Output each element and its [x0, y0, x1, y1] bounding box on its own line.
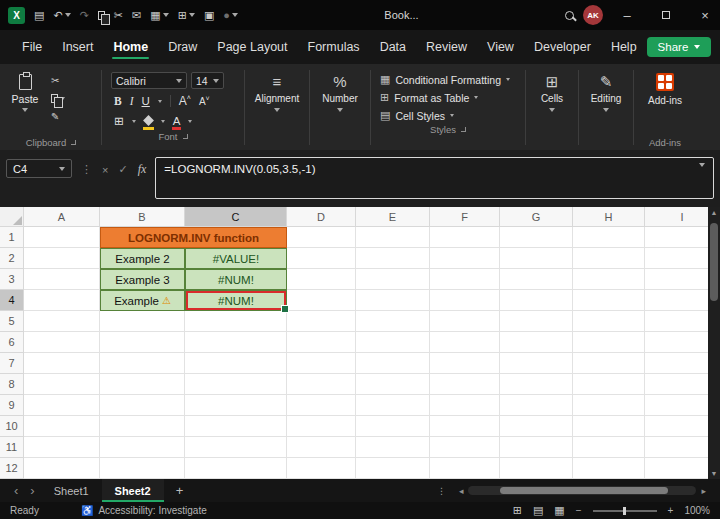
cell-E7[interactable] — [356, 353, 430, 374]
column-header-F[interactable]: F — [430, 207, 500, 227]
cell-G7[interactable] — [500, 353, 573, 374]
dialog-launcher-icon[interactable] — [183, 134, 188, 139]
row-header-12[interactable]: 12 — [0, 458, 24, 479]
cell-H3[interactable] — [573, 269, 645, 290]
print-button[interactable]: ▦ — [150, 9, 168, 22]
editing-button[interactable]: ✎ Editing — [582, 67, 630, 150]
cell-A3[interactable] — [24, 269, 100, 290]
cell-F7[interactable] — [430, 353, 500, 374]
table-button[interactable]: ⊞ — [178, 9, 195, 22]
cell-F4[interactable] — [430, 290, 500, 311]
cell-G2[interactable] — [500, 248, 573, 269]
row-header-10[interactable]: 10 — [0, 416, 24, 437]
cell-E2[interactable] — [356, 248, 430, 269]
addins-button[interactable]: Add-ins — [637, 67, 693, 135]
row-header-4[interactable]: 4 — [0, 290, 24, 311]
cell-H6[interactable] — [573, 332, 645, 353]
column-header-A[interactable]: A — [24, 207, 100, 227]
cell-C4[interactable]: #NUM! — [185, 290, 287, 311]
cell-H4[interactable] — [573, 290, 645, 311]
column-header-H[interactable]: H — [573, 207, 645, 227]
cell-B6[interactable] — [100, 332, 185, 353]
redo-button[interactable]: ↷ — [80, 9, 89, 22]
menu-help[interactable]: Help — [601, 30, 647, 64]
copy-icon[interactable] — [98, 11, 105, 20]
cut-icon[interactable]: ✂ — [114, 9, 123, 22]
menu-page-layout[interactable]: Page Layout — [207, 30, 297, 64]
column-header-G[interactable]: G — [500, 207, 573, 227]
save-icon[interactable]: ▤ — [34, 9, 44, 22]
fill-color-button[interactable] — [144, 116, 153, 127]
cell-B7[interactable] — [100, 353, 185, 374]
row-header-3[interactable]: 3 — [0, 269, 24, 290]
cell-H11[interactable] — [573, 437, 645, 458]
cell-E3[interactable] — [356, 269, 430, 290]
underline-chevron-icon[interactable] — [158, 100, 162, 103]
cell-B5[interactable] — [100, 311, 185, 332]
cell-F12[interactable] — [430, 458, 500, 479]
cell-D11[interactable] — [287, 437, 356, 458]
cell-F2[interactable] — [430, 248, 500, 269]
cell-E4[interactable] — [356, 290, 430, 311]
cell-D6[interactable] — [287, 332, 356, 353]
paste-button[interactable]: Paste — [4, 67, 46, 112]
cell-H8[interactable] — [573, 374, 645, 395]
zoom-level[interactable]: 100% — [684, 505, 710, 516]
cell-A4[interactable] — [24, 290, 100, 311]
cell-B12[interactable] — [100, 458, 185, 479]
sheet-tab-sheet1[interactable]: Sheet1 — [41, 479, 102, 502]
accessibility-status[interactable]: ♿ Accessibility: Investigate — [81, 505, 207, 516]
cell-D8[interactable] — [287, 374, 356, 395]
borders-button[interactable]: ⊞ — [114, 114, 124, 128]
formula-input[interactable]: =LOGNORM.INV(0.05,3.5,-1) — [155, 157, 714, 199]
cell-D10[interactable] — [287, 416, 356, 437]
cell-D7[interactable] — [287, 353, 356, 374]
cell-C12[interactable] — [185, 458, 287, 479]
cell-D5[interactable] — [287, 311, 356, 332]
cell-G12[interactable] — [500, 458, 573, 479]
cell-E9[interactable] — [356, 395, 430, 416]
cell-E5[interactable] — [356, 311, 430, 332]
font-name-select[interactable]: Calibri — [111, 72, 187, 89]
previous-sheet-icon[interactable]: ‹ — [8, 483, 24, 498]
cell-A9[interactable] — [24, 395, 100, 416]
cell-G11[interactable] — [500, 437, 573, 458]
cell-B1[interactable]: LOGNORM.INV function — [100, 227, 287, 248]
font-size-select[interactable]: 14 — [191, 72, 224, 89]
cell-E1[interactable] — [356, 227, 430, 248]
cell-D3[interactable] — [287, 269, 356, 290]
format-painter-button[interactable]: ✎ — [51, 110, 65, 123]
cell-C11[interactable] — [185, 437, 287, 458]
scroll-down-icon[interactable]: ▼ — [711, 470, 718, 477]
name-box[interactable]: C4 — [6, 159, 72, 178]
column-header-C[interactable]: C — [185, 207, 287, 227]
scroll-left-icon[interactable]: ◂ — [459, 486, 464, 496]
cancel-icon[interactable]: × — [102, 164, 108, 176]
cell-C5[interactable] — [185, 311, 287, 332]
format-as-table-button[interactable]: ⊞ Format as Table — [380, 91, 520, 104]
add-sheet-button[interactable]: + — [164, 483, 196, 498]
cell-A10[interactable] — [24, 416, 100, 437]
number-button[interactable]: % Number — [313, 67, 367, 150]
cell-A7[interactable] — [24, 353, 100, 374]
cell-G1[interactable] — [500, 227, 573, 248]
cell-H5[interactable] — [573, 311, 645, 332]
alignment-button[interactable]: ≡ Alignment — [248, 67, 306, 150]
zoom-out-button[interactable]: − — [576, 505, 582, 516]
italic-button[interactable]: I — [130, 95, 134, 107]
next-sheet-icon[interactable]: › — [24, 483, 40, 498]
cell-G3[interactable] — [500, 269, 573, 290]
menu-home[interactable]: Home — [103, 30, 158, 64]
cell-E11[interactable] — [356, 437, 430, 458]
cell-D12[interactable] — [287, 458, 356, 479]
cell-G5[interactable] — [500, 311, 573, 332]
page-break-view-icon[interactable]: ▦ — [554, 504, 564, 517]
cell-A11[interactable] — [24, 437, 100, 458]
close-button[interactable]: × — [690, 0, 720, 30]
menu-insert[interactable]: Insert — [52, 30, 103, 64]
cell-C7[interactable] — [185, 353, 287, 374]
cell-D9[interactable] — [287, 395, 356, 416]
copy-button[interactable] — [51, 92, 65, 105]
row-header-9[interactable]: 9 — [0, 395, 24, 416]
cell-E8[interactable] — [356, 374, 430, 395]
